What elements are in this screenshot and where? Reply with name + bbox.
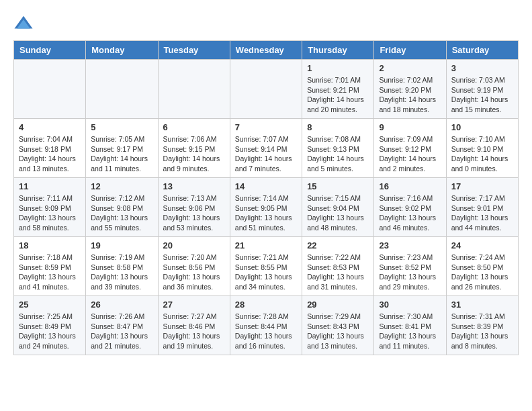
- calendar-cell: 5Sunrise: 7:05 AM Sunset: 9:17 PM Daylig…: [86, 119, 158, 178]
- day-number: 2: [379, 63, 441, 73]
- day-info: Sunrise: 7:12 AM Sunset: 9:08 PM Dayligh…: [91, 193, 152, 233]
- day-info: Sunrise: 7:24 AM Sunset: 8:50 PM Dayligh…: [451, 253, 513, 292]
- weekday-header-friday: Friday: [374, 41, 446, 60]
- day-info: Sunrise: 7:19 AM Sunset: 8:58 PM Dayligh…: [91, 253, 152, 292]
- day-info: Sunrise: 7:26 AM Sunset: 8:47 PM Dayligh…: [91, 312, 152, 351]
- calendar-cell: 27Sunrise: 7:27 AM Sunset: 8:46 PM Dayli…: [158, 296, 230, 355]
- calendar-week-2: 4Sunrise: 7:04 AM Sunset: 9:18 PM Daylig…: [14, 119, 519, 178]
- calendar-cell: 7Sunrise: 7:07 AM Sunset: 9:14 PM Daylig…: [230, 119, 302, 178]
- calendar-week-1: 1Sunrise: 7:01 AM Sunset: 9:21 PM Daylig…: [14, 60, 519, 119]
- day-info: Sunrise: 7:14 AM Sunset: 9:05 PM Dayligh…: [235, 193, 297, 233]
- day-number: 3: [451, 63, 513, 73]
- day-number: 10: [451, 122, 513, 132]
- day-number: 4: [19, 122, 81, 132]
- weekday-header-monday: Monday: [86, 41, 158, 60]
- day-info: Sunrise: 7:30 AM Sunset: 8:41 PM Dayligh…: [379, 312, 441, 351]
- day-info: Sunrise: 7:04 AM Sunset: 9:18 PM Dayligh…: [19, 134, 81, 174]
- calendar-cell: 11Sunrise: 7:11 AM Sunset: 9:09 PM Dayli…: [14, 178, 86, 237]
- weekday-header-tuesday: Tuesday: [158, 41, 230, 60]
- day-info: Sunrise: 7:31 AM Sunset: 8:39 PM Dayligh…: [451, 312, 513, 351]
- day-number: 8: [307, 122, 369, 132]
- calendar-cell: 26Sunrise: 7:26 AM Sunset: 8:47 PM Dayli…: [86, 296, 158, 355]
- day-info: Sunrise: 7:20 AM Sunset: 8:56 PM Dayligh…: [163, 253, 225, 292]
- calendar-cell: 21Sunrise: 7:21 AM Sunset: 8:55 PM Dayli…: [230, 237, 302, 296]
- day-info: Sunrise: 7:13 AM Sunset: 9:06 PM Dayligh…: [163, 193, 225, 233]
- day-info: Sunrise: 7:16 AM Sunset: 9:02 PM Dayligh…: [379, 193, 441, 233]
- weekday-row: SundayMondayTuesdayWednesdayThursdayFrid…: [14, 41, 519, 60]
- calendar-cell: 4Sunrise: 7:04 AM Sunset: 9:18 PM Daylig…: [14, 119, 86, 178]
- day-info: Sunrise: 7:02 AM Sunset: 9:20 PM Dayligh…: [379, 75, 441, 115]
- day-info: Sunrise: 7:21 AM Sunset: 8:55 PM Dayligh…: [235, 253, 297, 292]
- day-number: 7: [235, 122, 297, 132]
- calendar-cell: 24Sunrise: 7:24 AM Sunset: 8:50 PM Dayli…: [446, 237, 518, 296]
- calendar-cell: 28Sunrise: 7:28 AM Sunset: 8:44 PM Dayli…: [230, 296, 302, 355]
- calendar-cell: [14, 60, 86, 119]
- calendar-cell: 16Sunrise: 7:16 AM Sunset: 9:02 PM Dayli…: [374, 178, 446, 237]
- day-info: Sunrise: 7:10 AM Sunset: 9:10 PM Dayligh…: [451, 134, 513, 174]
- day-info: Sunrise: 7:23 AM Sunset: 8:52 PM Dayligh…: [379, 253, 441, 292]
- day-number: 31: [451, 300, 513, 310]
- calendar-cell: 10Sunrise: 7:10 AM Sunset: 9:10 PM Dayli…: [446, 119, 518, 178]
- day-info: Sunrise: 7:05 AM Sunset: 9:17 PM Dayligh…: [91, 134, 152, 174]
- day-number: 6: [163, 122, 225, 132]
- weekday-header-saturday: Saturday: [446, 41, 518, 60]
- calendar-cell: 31Sunrise: 7:31 AM Sunset: 8:39 PM Dayli…: [446, 296, 518, 355]
- calendar-cell: 30Sunrise: 7:30 AM Sunset: 8:41 PM Dayli…: [374, 296, 446, 355]
- day-number: 17: [451, 181, 513, 191]
- calendar-cell: 3Sunrise: 7:03 AM Sunset: 9:19 PM Daylig…: [446, 60, 518, 119]
- day-number: 1: [307, 63, 369, 73]
- calendar-cell: 9Sunrise: 7:09 AM Sunset: 9:12 PM Daylig…: [374, 119, 446, 178]
- calendar-cell: 8Sunrise: 7:08 AM Sunset: 9:13 PM Daylig…: [302, 119, 374, 178]
- calendar-cell: 20Sunrise: 7:20 AM Sunset: 8:56 PM Dayli…: [158, 237, 230, 296]
- weekday-header-thursday: Thursday: [302, 41, 374, 60]
- day-number: 25: [19, 300, 81, 310]
- calendar-header: SundayMondayTuesdayWednesdayThursdayFrid…: [14, 41, 519, 60]
- day-info: Sunrise: 7:03 AM Sunset: 9:19 PM Dayligh…: [451, 75, 513, 115]
- day-number: 18: [19, 240, 81, 250]
- calendar-cell: 14Sunrise: 7:14 AM Sunset: 9:05 PM Dayli…: [230, 178, 302, 237]
- day-number: 5: [91, 122, 152, 132]
- day-number: 9: [379, 122, 441, 132]
- day-number: 15: [307, 181, 369, 191]
- day-number: 23: [379, 240, 441, 250]
- calendar-cell: [86, 60, 158, 119]
- day-info: Sunrise: 7:29 AM Sunset: 8:43 PM Dayligh…: [307, 312, 369, 351]
- day-info: Sunrise: 7:27 AM Sunset: 8:46 PM Dayligh…: [163, 312, 225, 351]
- day-info: Sunrise: 7:15 AM Sunset: 9:04 PM Dayligh…: [307, 193, 369, 233]
- day-info: Sunrise: 7:01 AM Sunset: 9:21 PM Dayligh…: [307, 75, 369, 115]
- day-info: Sunrise: 7:25 AM Sunset: 8:49 PM Dayligh…: [19, 312, 81, 351]
- calendar-cell: 2Sunrise: 7:02 AM Sunset: 9:20 PM Daylig…: [374, 60, 446, 119]
- calendar-cell: 29Sunrise: 7:29 AM Sunset: 8:43 PM Dayli…: [302, 296, 374, 355]
- calendar-cell: 13Sunrise: 7:13 AM Sunset: 9:06 PM Dayli…: [158, 178, 230, 237]
- calendar-cell: [230, 60, 302, 119]
- day-number: 19: [91, 240, 152, 250]
- day-info: Sunrise: 7:17 AM Sunset: 9:01 PM Dayligh…: [451, 193, 513, 233]
- day-number: 11: [19, 181, 81, 191]
- day-info: Sunrise: 7:06 AM Sunset: 9:15 PM Dayligh…: [163, 134, 225, 174]
- calendar-cell: 22Sunrise: 7:22 AM Sunset: 8:53 PM Dayli…: [302, 237, 374, 296]
- day-number: 29: [307, 300, 369, 310]
- day-number: 21: [235, 240, 297, 250]
- day-number: 28: [235, 300, 297, 310]
- calendar-cell: 25Sunrise: 7:25 AM Sunset: 8:49 PM Dayli…: [14, 296, 86, 355]
- logo-icon: [13, 13, 34, 34]
- day-number: 27: [163, 300, 225, 310]
- calendar-cell: 1Sunrise: 7:01 AM Sunset: 9:21 PM Daylig…: [302, 60, 374, 119]
- day-number: 20: [163, 240, 225, 250]
- day-info: Sunrise: 7:11 AM Sunset: 9:09 PM Dayligh…: [19, 193, 81, 233]
- day-number: 30: [379, 300, 441, 310]
- page-header: [13, 13, 519, 34]
- day-number: 16: [379, 181, 441, 191]
- day-number: 12: [91, 181, 152, 191]
- day-number: 14: [235, 181, 297, 191]
- weekday-header-wednesday: Wednesday: [230, 41, 302, 60]
- calendar-cell: 17Sunrise: 7:17 AM Sunset: 9:01 PM Dayli…: [446, 178, 518, 237]
- calendar-cell: 15Sunrise: 7:15 AM Sunset: 9:04 PM Dayli…: [302, 178, 374, 237]
- logo: [13, 13, 36, 34]
- calendar-cell: 23Sunrise: 7:23 AM Sunset: 8:52 PM Dayli…: [374, 237, 446, 296]
- calendar-week-4: 18Sunrise: 7:18 AM Sunset: 8:59 PM Dayli…: [14, 237, 519, 296]
- calendar-cell: 18Sunrise: 7:18 AM Sunset: 8:59 PM Dayli…: [14, 237, 86, 296]
- calendar-cell: 12Sunrise: 7:12 AM Sunset: 9:08 PM Dayli…: [86, 178, 158, 237]
- calendar-cell: 6Sunrise: 7:06 AM Sunset: 9:15 PM Daylig…: [158, 119, 230, 178]
- day-info: Sunrise: 7:18 AM Sunset: 8:59 PM Dayligh…: [19, 253, 81, 292]
